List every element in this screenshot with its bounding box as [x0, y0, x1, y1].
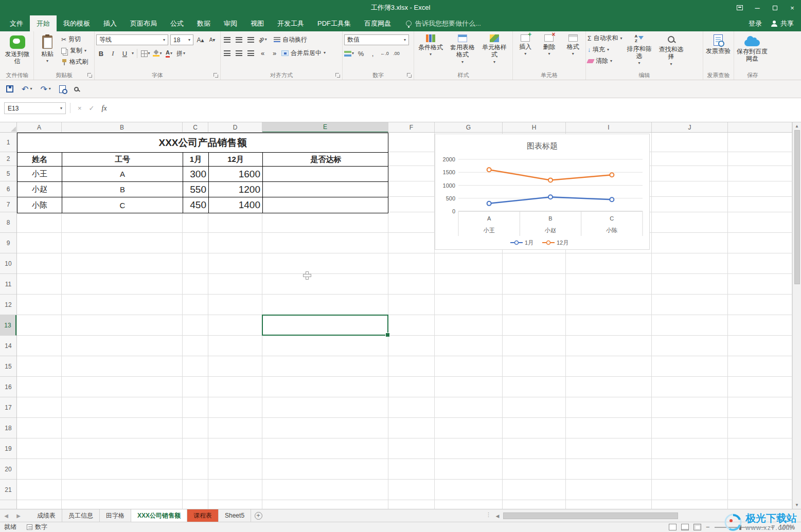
save-to-baidu-button[interactable]: 保存到百度网盘 [736, 33, 769, 71]
row-header-20[interactable]: 20 [0, 459, 16, 480]
col-header-J[interactable]: J [652, 122, 728, 133]
col-header-C[interactable]: C [183, 122, 208, 133]
ribbon-tab-数据[interactable]: 数据 [190, 15, 217, 31]
percent-style-button[interactable]: % [356, 48, 366, 59]
minimize-button[interactable]: ─ [749, 0, 766, 15]
autosum-button[interactable]: Σ 自动求和 ▾ [588, 34, 622, 43]
ribbon-tab-百度网盘[interactable]: 百度网盘 [358, 15, 398, 31]
phonetic-guide-button[interactable]: 拼▾ [176, 48, 186, 59]
fill-color-button[interactable]: ▾ [152, 48, 162, 59]
align-bottom-button[interactable] [246, 34, 256, 45]
font-color-button[interactable]: A▾ [164, 48, 174, 59]
copy-button[interactable]: 复制 ▾ [61, 46, 88, 55]
row-header-9[interactable]: 9 [0, 233, 16, 253]
col-header-A[interactable]: A [17, 122, 62, 133]
wrap-text-button[interactable]: 自动换行 [274, 35, 307, 44]
row-header-5[interactable]: 5 [0, 166, 16, 181]
tellme-box[interactable]: 告诉我您想要做什么... [406, 15, 481, 31]
col-header-D[interactable]: D [208, 122, 262, 133]
bold-button[interactable]: B [96, 48, 106, 59]
ribbon-tab-开始[interactable]: 开始 [30, 15, 57, 31]
ribbon-tab-公式[interactable]: 公式 [164, 15, 190, 31]
delete-cells-button[interactable]: 删除 ▾ [538, 33, 560, 71]
maximize-button[interactable] [766, 0, 784, 15]
enter-button[interactable]: ✓ [89, 104, 95, 112]
grid[interactable]: XXX公司产品销售额姓名工号1月12月是否达标小王A3001600小赵B5501… [17, 133, 792, 509]
merge-center-button[interactable]: 合并后居中 ▾ [281, 49, 326, 58]
share-button[interactable]: 共享 [771, 19, 794, 28]
conditional-formatting-button[interactable]: 条件格式 ▾ [416, 33, 446, 71]
clear-button[interactable]: 清除 ▾ [588, 57, 622, 65]
redo-button[interactable]: ↷▾ [40, 84, 50, 94]
decrease-decimal-button[interactable]: .00 [391, 48, 401, 59]
col-header-G[interactable]: G [435, 122, 503, 133]
zoom-out-button[interactable]: − [706, 523, 710, 531]
undo-button[interactable]: ↶▾ [22, 84, 32, 94]
col-header-partial[interactable] [728, 122, 792, 133]
row-header-8[interactable]: 8 [0, 212, 16, 233]
align-left-button[interactable] [222, 48, 232, 58]
align-center-button[interactable] [234, 48, 244, 58]
alignment-dialog-launcher[interactable] [335, 73, 341, 78]
sheet-nav-right-button[interactable]: ▶ [12, 509, 25, 522]
vscroll-thumb[interactable] [794, 130, 800, 284]
sheet-tab-XXX公司销售额[interactable]: XXX公司销售额 [131, 509, 187, 522]
vscroll-up-icon[interactable]: ▲ [795, 124, 799, 129]
accounting-format-button[interactable]: ▾ [344, 48, 354, 59]
clipboard-dialog-launcher[interactable] [87, 73, 93, 78]
paste-button[interactable]: 粘贴 ▾ [35, 33, 59, 71]
align-right-button[interactable] [246, 48, 256, 58]
ribbon-tab-插入[interactable]: 插入 [97, 15, 123, 31]
sheet-nav-left-button[interactable]: ◀ [0, 509, 12, 522]
find-select-button[interactable]: 查找和选择 ▾ [656, 33, 686, 71]
row-header-17[interactable]: 17 [0, 397, 16, 418]
ribbon-tab-页面布局[interactable]: 页面布局 [123, 15, 164, 31]
number-dialog-launcher[interactable] [407, 73, 412, 78]
page-layout-view-button[interactable] [681, 524, 689, 530]
save-button[interactable] [6, 85, 13, 93]
increase-decimal-button[interactable]: ←.0 [380, 48, 389, 59]
col-header-E[interactable]: E [262, 122, 388, 133]
sheet-tab-员工信息[interactable]: 员工信息 [62, 509, 100, 522]
ribbon-tab-开发工具[interactable]: 开发工具 [271, 15, 311, 31]
cancel-button[interactable]: × [78, 104, 82, 112]
vertical-scrollbar[interactable]: ▲ ▼ [792, 122, 801, 509]
row-header-7[interactable]: 7 [0, 197, 16, 212]
ribbon-tab-PDF工具集[interactable]: PDF工具集 [311, 15, 358, 31]
row-header-19[interactable]: 19 [0, 438, 16, 459]
ribbon-display-options-button[interactable] [731, 0, 749, 15]
row-header-16[interactable]: 16 [0, 377, 16, 397]
decrease-font-size-button[interactable]: A▾ [207, 35, 217, 45]
format-cells-button[interactable]: 格式 ▾ [562, 33, 584, 71]
align-middle-button[interactable] [234, 34, 244, 45]
format-as-table-button[interactable]: 套用表格格式 ▾ [448, 33, 477, 71]
row-header-2[interactable]: 2 [0, 152, 16, 166]
col-header-H[interactable]: H [503, 122, 566, 133]
borders-button[interactable]: ▾ [140, 48, 150, 59]
add-sheet-button[interactable]: + [251, 509, 265, 522]
row-header-18[interactable]: 18 [0, 418, 16, 438]
italic-button[interactable]: I [108, 48, 118, 59]
orientation-button[interactable]: ab▾ [258, 34, 268, 45]
row-header-12[interactable]: 12 [0, 295, 16, 315]
sort-filter-button[interactable]: AZ 排序和筛选 ▾ [624, 33, 654, 71]
col-header-F[interactable]: F [388, 122, 435, 133]
hscroll-thumb[interactable] [503, 512, 678, 519]
ribbon-tab-审阅[interactable]: 审阅 [217, 15, 244, 31]
sheet-tab-成绩表[interactable]: 成绩表 [31, 509, 62, 522]
page-break-view-button[interactable] [693, 524, 701, 530]
ribbon-tab-文件[interactable]: 文件 [3, 15, 30, 31]
zoom-find-button[interactable] [74, 87, 79, 91]
comma-style-button[interactable]: , [368, 48, 378, 59]
sheet-tab-课程表[interactable]: 课程表 [187, 509, 219, 522]
col-header-I[interactable]: I [566, 122, 652, 133]
increase-indent-button[interactable]: » [270, 48, 279, 58]
ribbon-tab-视图[interactable]: 视图 [244, 15, 271, 31]
increase-font-size-button[interactable]: A▴ [195, 35, 205, 45]
vscroll-down-icon[interactable]: ▼ [795, 503, 799, 507]
insert-function-button[interactable]: fx [102, 104, 107, 113]
cut-button[interactable]: ✂ 剪切 [61, 35, 88, 44]
font-name-select[interactable]: 等线 ▾ [96, 34, 168, 45]
row-header-1[interactable]: 1 [0, 133, 16, 152]
align-top-button[interactable] [222, 34, 232, 45]
